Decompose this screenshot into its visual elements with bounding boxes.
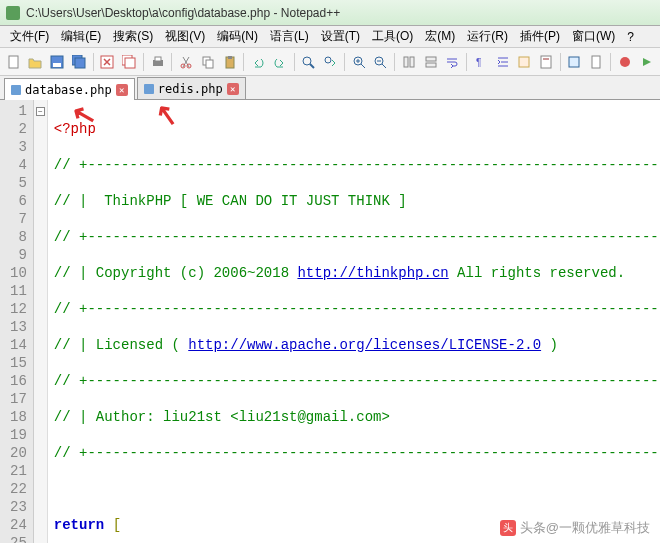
separator: [610, 53, 611, 71]
watermark: 头 头条@一颗优雅草科技: [500, 519, 650, 537]
redo-icon[interactable]: [270, 52, 290, 72]
svg-rect-13: [206, 60, 213, 68]
separator: [344, 53, 345, 71]
separator: [93, 53, 94, 71]
new-file-icon[interactable]: [4, 52, 24, 72]
sync-h-icon[interactable]: [421, 52, 441, 72]
svg-rect-4: [75, 58, 85, 68]
wrap-icon[interactable]: [442, 52, 462, 72]
svg-rect-15: [228, 56, 232, 59]
separator: [243, 53, 244, 71]
code-area[interactable]: <?php // +------------------------------…: [48, 100, 660, 543]
cut-icon[interactable]: [176, 52, 196, 72]
menu-file[interactable]: 文件(F): [4, 26, 55, 47]
window-title: C:\Users\User\Desktop\a\config\database.…: [26, 6, 340, 20]
titlebar: C:\Users\User\Desktop\a\config\database.…: [0, 0, 660, 26]
tabbar: database.php ✕ redis.php ✕: [0, 76, 660, 100]
close-tab-icon[interactable]: ✕: [227, 83, 239, 95]
file-icon: [11, 85, 21, 95]
menu-tools[interactable]: 工具(O): [366, 26, 419, 47]
indent-icon[interactable]: [493, 52, 513, 72]
svg-rect-9: [155, 57, 161, 61]
zoom-in-icon[interactable]: [349, 52, 369, 72]
separator: [560, 53, 561, 71]
svg-point-17: [325, 57, 331, 63]
svg-text:¶: ¶: [476, 57, 481, 68]
svg-rect-21: [410, 57, 414, 67]
show-all-icon[interactable]: ¶: [471, 52, 491, 72]
tab-label: database.php: [25, 83, 112, 97]
fold-icon[interactable]: [514, 52, 534, 72]
svg-rect-20: [404, 57, 408, 67]
menu-edit[interactable]: 编辑(E): [55, 26, 107, 47]
tab-database[interactable]: database.php ✕: [4, 78, 135, 100]
doc-map-icon[interactable]: [536, 52, 556, 72]
tab-label: redis.php: [158, 82, 223, 96]
editor[interactable]: 1234567891011121314151617181920212223242…: [0, 100, 660, 543]
app-icon: [6, 6, 20, 20]
separator: [171, 53, 172, 71]
svg-point-30: [620, 57, 630, 67]
tab-redis[interactable]: redis.php ✕: [137, 77, 246, 99]
zoom-out-icon[interactable]: [371, 52, 391, 72]
record-icon[interactable]: [615, 52, 635, 72]
svg-rect-23: [426, 63, 436, 67]
menu-help[interactable]: ?: [621, 28, 640, 46]
replace-icon[interactable]: [320, 52, 340, 72]
svg-rect-27: [543, 58, 549, 60]
svg-rect-29: [592, 56, 600, 68]
find-icon[interactable]: [299, 52, 319, 72]
svg-rect-22: [426, 57, 436, 61]
separator: [143, 53, 144, 71]
menu-macro[interactable]: 宏(M): [419, 26, 461, 47]
watermark-text: 头条@一颗优雅草科技: [520, 519, 650, 537]
fold-column[interactable]: −: [34, 100, 48, 543]
menu-plugins[interactable]: 插件(P): [514, 26, 566, 47]
svg-rect-26: [541, 56, 551, 68]
save-icon[interactable]: [47, 52, 67, 72]
copy-icon[interactable]: [198, 52, 218, 72]
play-icon[interactable]: [637, 52, 657, 72]
print-icon[interactable]: [148, 52, 168, 72]
menu-window[interactable]: 窗口(W): [566, 26, 621, 47]
paste-icon[interactable]: [220, 52, 240, 72]
menu-settings[interactable]: 设置(T): [315, 26, 366, 47]
separator: [294, 53, 295, 71]
menu-language[interactable]: 语言(L): [264, 26, 315, 47]
svg-rect-28: [569, 57, 579, 67]
separator: [394, 53, 395, 71]
svg-rect-2: [53, 63, 61, 67]
close-icon[interactable]: [98, 52, 118, 72]
svg-point-11: [187, 64, 191, 68]
menu-encoding[interactable]: 编码(N): [211, 26, 264, 47]
svg-point-16: [303, 57, 311, 65]
menu-view[interactable]: 视图(V): [159, 26, 211, 47]
func-list-icon[interactable]: [565, 52, 585, 72]
menu-run[interactable]: 运行(R): [461, 26, 514, 47]
menu-search[interactable]: 搜索(S): [107, 26, 159, 47]
svg-point-10: [181, 64, 185, 68]
close-tab-icon[interactable]: ✕: [116, 84, 128, 96]
menubar: 文件(F) 编辑(E) 搜索(S) 视图(V) 编码(N) 语言(L) 设置(T…: [0, 26, 660, 48]
file-icon: [144, 84, 154, 94]
doc-icon[interactable]: [586, 52, 606, 72]
watermark-icon: 头: [500, 520, 516, 536]
svg-rect-0: [9, 56, 18, 68]
separator: [466, 53, 467, 71]
save-all-icon[interactable]: [69, 52, 89, 72]
svg-rect-25: [519, 57, 529, 67]
open-file-icon[interactable]: [26, 52, 46, 72]
close-all-icon[interactable]: [119, 52, 139, 72]
svg-rect-7: [125, 58, 135, 68]
undo-icon[interactable]: [248, 52, 268, 72]
toolbar: ¶: [0, 48, 660, 76]
line-numbers: 1234567891011121314151617181920212223242…: [0, 100, 34, 543]
sync-v-icon[interactable]: [399, 52, 419, 72]
